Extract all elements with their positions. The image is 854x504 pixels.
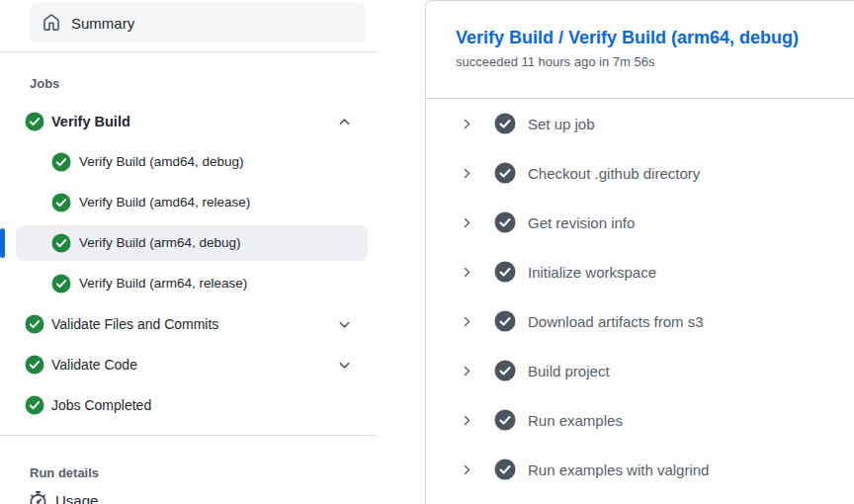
step-label: Run examples with valgrind bbox=[528, 462, 709, 478]
chevron-right-icon[interactable] bbox=[461, 315, 473, 328]
step-label: Get revision info bbox=[528, 214, 635, 231]
step-label: Run examples bbox=[528, 412, 623, 429]
job-detail-panel: Verify Build / Verify Build (arm64, debu… bbox=[425, 0, 854, 504]
chevron-right-icon[interactable] bbox=[461, 266, 473, 279]
step-row-get-revision-info[interactable]: Get revision info bbox=[426, 198, 854, 247]
check-circle-icon bbox=[494, 459, 516, 480]
sidebar-item-validate-code[interactable]: Validate Code bbox=[0, 345, 376, 385]
sidebar-item-verify-build-amd64-release[interactable]: Verify Build (amd64, release) bbox=[0, 183, 376, 223]
summary-button[interactable]: Summary bbox=[30, 3, 366, 42]
stopwatch-icon bbox=[29, 491, 47, 504]
step-row-build-project[interactable]: Build project bbox=[426, 346, 854, 395]
job-label: Verify Build (arm64, debug) bbox=[79, 235, 241, 250]
step-row-download-artifacts-from-s3[interactable]: Download artifacts from s3 bbox=[426, 296, 854, 346]
sidebar-item-verify-build-amd64-debug[interactable]: Verify Build (amd64, debug) bbox=[0, 142, 376, 183]
step-label: Set up job bbox=[528, 116, 595, 132]
sidebar-item-jobs-completed[interactable]: Jobs Completed bbox=[0, 385, 376, 426]
usage-label: Usage bbox=[55, 492, 98, 504]
jobs-heading: Jobs bbox=[30, 76, 59, 91]
check-circle-icon bbox=[494, 409, 516, 431]
selected-item-accent-bar bbox=[0, 228, 5, 258]
step-row-initialize-workspace[interactable]: Initialize workspace bbox=[426, 247, 854, 296]
sidebar-divider bbox=[0, 435, 376, 436]
page-title: Verify Build / Verify Build (arm64, debu… bbox=[456, 26, 830, 49]
check-circle-icon bbox=[494, 360, 516, 381]
check-circle-icon bbox=[494, 211, 516, 233]
status-text: succeeded 11 hours ago in 7m 56s bbox=[456, 54, 830, 69]
step-row-checkout-github-directory[interactable]: Checkout .github directory bbox=[426, 148, 854, 198]
check-circle-icon bbox=[494, 113, 516, 134]
chevron-right-icon[interactable] bbox=[461, 216, 473, 229]
step-row-set-up-job[interactable]: Set up job bbox=[426, 99, 854, 148]
sidebar-item-verify-build[interactable]: Verify Build bbox=[0, 102, 376, 142]
check-circle-icon bbox=[25, 355, 44, 375]
sidebar-item-usage[interactable]: Usage bbox=[0, 488, 376, 504]
home-icon bbox=[43, 14, 60, 32]
chevron-right-icon[interactable] bbox=[461, 167, 473, 180]
check-circle-icon bbox=[25, 395, 44, 415]
steps-list: Set up job Checkout .github directory Ge… bbox=[426, 99, 854, 494]
sidebar-item-validate-files-and-commits[interactable]: Validate Files and Commits bbox=[0, 304, 376, 345]
check-circle-icon bbox=[25, 112, 44, 131]
job-label: Jobs Completed bbox=[51, 397, 151, 413]
step-label: Build project bbox=[528, 363, 610, 379]
step-row-run-examples[interactable]: Run examples bbox=[426, 395, 854, 445]
step-label: Initialize workspace bbox=[528, 264, 656, 281]
job-label: Verify Build bbox=[51, 114, 130, 129]
chevron-down-icon[interactable] bbox=[337, 317, 352, 332]
sidebar-item-verify-build-arm64-release[interactable]: Verify Build (arm64, release) bbox=[0, 264, 376, 304]
job-label: Validate Code bbox=[51, 357, 137, 373]
step-row-run-examples-with-valgrind[interactable]: Run examples with valgrind bbox=[426, 445, 854, 494]
chevron-down-icon[interactable] bbox=[337, 358, 352, 373]
job-label: Validate Files and Commits bbox=[51, 316, 218, 332]
workflow-sidebar: Summary Jobs Verify Build Verify Build (… bbox=[0, 0, 376, 504]
check-circle-icon bbox=[494, 310, 516, 332]
job-header: Verify Build / Verify Build (arm64, debu… bbox=[426, 1, 854, 99]
chevron-right-icon[interactable] bbox=[461, 118, 473, 130]
step-label: Download artifacts from s3 bbox=[528, 313, 704, 330]
check-circle-icon bbox=[51, 274, 71, 294]
job-label: Verify Build (arm64, release) bbox=[79, 276, 247, 291]
step-label: Checkout .github directory bbox=[528, 165, 700, 182]
check-circle-icon bbox=[51, 152, 71, 172]
chevron-right-icon[interactable] bbox=[461, 463, 473, 476]
check-circle-icon bbox=[51, 233, 71, 253]
chevron-right-icon[interactable] bbox=[461, 365, 473, 378]
run-details-heading: Run details bbox=[30, 465, 99, 480]
sidebar-divider bbox=[0, 51, 376, 52]
job-label: Verify Build (amd64, debug) bbox=[79, 154, 244, 169]
check-circle-icon bbox=[494, 261, 516, 283]
chevron-right-icon[interactable] bbox=[461, 414, 473, 427]
job-label: Verify Build (amd64, release) bbox=[79, 195, 250, 210]
summary-label: Summary bbox=[71, 15, 134, 32]
chevron-up-icon[interactable] bbox=[337, 115, 352, 129]
check-circle-icon bbox=[51, 193, 71, 212]
check-circle-icon bbox=[494, 162, 516, 184]
sidebar-item-verify-build-arm64-debug[interactable]: Verify Build (arm64, debug) bbox=[0, 223, 376, 264]
check-circle-icon bbox=[25, 314, 44, 334]
